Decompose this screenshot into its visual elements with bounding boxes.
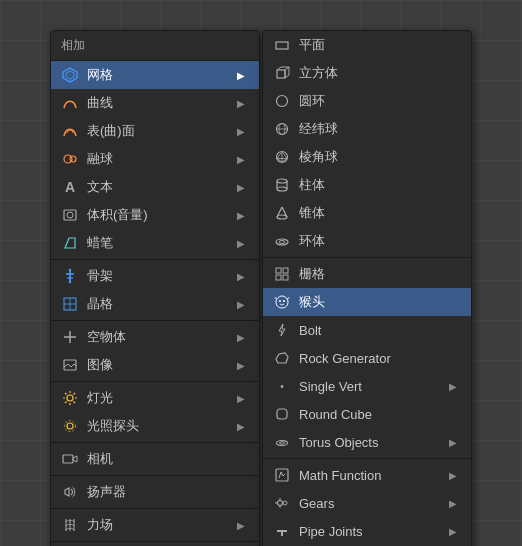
text-label: 文本 bbox=[87, 178, 237, 196]
separator-5 bbox=[51, 475, 259, 476]
secondary-item-circle[interactable]: 圆环 bbox=[263, 87, 471, 115]
secondary-item-torus[interactable]: 环体 bbox=[263, 227, 471, 255]
forcefield-label: 力场 bbox=[87, 516, 237, 534]
menu-item-mesh[interactable]: 网格 ▶ bbox=[51, 61, 259, 89]
svg-marker-0 bbox=[63, 68, 77, 82]
svg-line-25 bbox=[65, 402, 67, 404]
pipejoints-icon bbox=[273, 522, 291, 540]
speaker-label: 扬声器 bbox=[87, 483, 249, 501]
secondary-item-mathfunction[interactable]: Math Function ▶ bbox=[263, 461, 471, 489]
surface-label: 表(曲)面 bbox=[87, 122, 237, 140]
secondary-item-gears[interactable]: Gears ▶ bbox=[263, 489, 471, 517]
text-icon: A bbox=[61, 178, 79, 196]
svg-point-9 bbox=[69, 269, 71, 271]
gears-icon bbox=[273, 494, 291, 512]
text-arrow: ▶ bbox=[237, 182, 249, 193]
menu-item-empty[interactable]: 空物体 ▶ bbox=[51, 323, 259, 351]
svg-rect-36 bbox=[277, 70, 285, 78]
lattice-label: 晶格 bbox=[87, 295, 237, 313]
secondary-item-singlevert[interactable]: • Single Vert ▶ bbox=[263, 372, 471, 400]
svg-marker-1 bbox=[66, 71, 74, 79]
header-title: 相加 bbox=[61, 38, 85, 52]
circle-label: 圆环 bbox=[299, 92, 461, 110]
light-arrow: ▶ bbox=[237, 393, 249, 404]
uvsphere-icon bbox=[273, 120, 291, 138]
separator-1 bbox=[51, 259, 259, 260]
secondary-item-pipejoints[interactable]: Pipe Joints ▶ bbox=[263, 517, 471, 545]
menu-header: 相加 bbox=[51, 31, 259, 61]
sec-separator-1 bbox=[263, 257, 471, 258]
image-label: 图像 bbox=[87, 356, 237, 374]
camera-icon bbox=[61, 450, 79, 468]
svg-point-60 bbox=[283, 300, 285, 302]
menu-container: 相加 网格 ▶ 曲线 ▶ bbox=[50, 30, 472, 546]
speaker-icon bbox=[61, 483, 79, 501]
menu-item-camera[interactable]: 相机 bbox=[51, 445, 259, 473]
cube-label: 立方体 bbox=[299, 64, 461, 82]
svg-point-65 bbox=[278, 501, 283, 506]
secondary-item-roundcube[interactable]: Round Cube bbox=[263, 400, 471, 428]
metaball-label: 融球 bbox=[87, 150, 237, 168]
metaball-arrow: ▶ bbox=[237, 154, 249, 165]
mesh-icon bbox=[61, 66, 79, 84]
gears-label: Gears bbox=[299, 496, 449, 511]
menu-item-forcefield[interactable]: 力场 ▶ bbox=[51, 511, 259, 539]
secondary-item-plane[interactable]: 平面 bbox=[263, 31, 471, 59]
lightprobe-label: 光照探头 bbox=[87, 417, 237, 435]
forcefield-icon bbox=[61, 516, 79, 534]
svg-rect-61 bbox=[277, 409, 287, 419]
svg-point-54 bbox=[279, 241, 285, 244]
secondary-item-cylinder[interactable]: 柱体 bbox=[263, 171, 471, 199]
grease-icon bbox=[61, 234, 79, 252]
cylinder-icon bbox=[273, 176, 291, 194]
secondary-item-cube[interactable]: 立方体 bbox=[263, 59, 471, 87]
roundcube-icon bbox=[273, 405, 291, 423]
menu-item-text[interactable]: A 文本 ▶ bbox=[51, 173, 259, 201]
singlevert-icon: • bbox=[273, 377, 291, 395]
secondary-item-grid[interactable]: 栅格 bbox=[263, 260, 471, 288]
sec-separator-2 bbox=[263, 458, 471, 459]
svg-point-62 bbox=[277, 441, 288, 446]
separator-6 bbox=[51, 508, 259, 509]
menu-item-volume[interactable]: 体积(音量) ▶ bbox=[51, 201, 259, 229]
menu-item-curve[interactable]: 曲线 ▶ bbox=[51, 89, 259, 117]
menu-item-surface[interactable]: 表(曲)面 ▶ bbox=[51, 117, 259, 145]
volume-label: 体积(音量) bbox=[87, 206, 237, 224]
armature-label: 骨架 bbox=[87, 267, 237, 285]
svg-rect-28 bbox=[63, 455, 73, 463]
svg-point-66 bbox=[283, 501, 287, 505]
monkey-icon bbox=[273, 293, 291, 311]
menu-item-light[interactable]: 灯光 ▶ bbox=[51, 384, 259, 412]
camera-label: 相机 bbox=[87, 450, 249, 468]
svg-point-27 bbox=[65, 421, 76, 432]
mathfunction-arrow: ▶ bbox=[449, 470, 461, 481]
svg-rect-35 bbox=[276, 42, 288, 49]
menu-item-metaball[interactable]: 融球 ▶ bbox=[51, 145, 259, 173]
menu-item-speaker[interactable]: 扬声器 bbox=[51, 478, 259, 506]
gears-arrow: ▶ bbox=[449, 498, 461, 509]
mathfunction-label: Math Function bbox=[299, 468, 449, 483]
secondary-item-cone[interactable]: 锥体 bbox=[263, 199, 471, 227]
menu-item-lattice[interactable]: 晶格 ▶ bbox=[51, 290, 259, 318]
secondary-item-torusobjects[interactable]: Torus Objects ▶ bbox=[263, 428, 471, 456]
menu-item-lightprobe[interactable]: 光照探头 ▶ bbox=[51, 412, 259, 440]
menu-item-armature[interactable]: 骨架 ▶ bbox=[51, 262, 259, 290]
secondary-item-monkey[interactable]: 猴头 创建一个猴头网格. bbox=[263, 288, 471, 316]
menu-item-image[interactable]: 图像 ▶ bbox=[51, 351, 259, 379]
lightprobe-arrow: ▶ bbox=[237, 421, 249, 432]
menu-item-grease[interactable]: 蜡笔 ▶ bbox=[51, 229, 259, 257]
lattice-icon bbox=[61, 295, 79, 313]
image-arrow: ▶ bbox=[237, 360, 249, 371]
bolt-label: Bolt bbox=[299, 323, 461, 338]
svg-line-22 bbox=[65, 393, 67, 395]
grid-label: 栅格 bbox=[299, 265, 461, 283]
curve-label: 曲线 bbox=[87, 94, 237, 112]
rockgen-icon bbox=[273, 349, 291, 367]
empty-label: 空物体 bbox=[87, 328, 237, 346]
torusobjects-label: Torus Objects bbox=[299, 435, 449, 450]
secondary-item-uvsphere[interactable]: 经纬球 bbox=[263, 115, 471, 143]
grid-icon bbox=[273, 265, 291, 283]
secondary-item-bolt[interactable]: Bolt bbox=[263, 316, 471, 344]
secondary-item-rockgen[interactable]: Rock Generator bbox=[263, 344, 471, 372]
secondary-item-icosphere[interactable]: 棱角球 bbox=[263, 143, 471, 171]
